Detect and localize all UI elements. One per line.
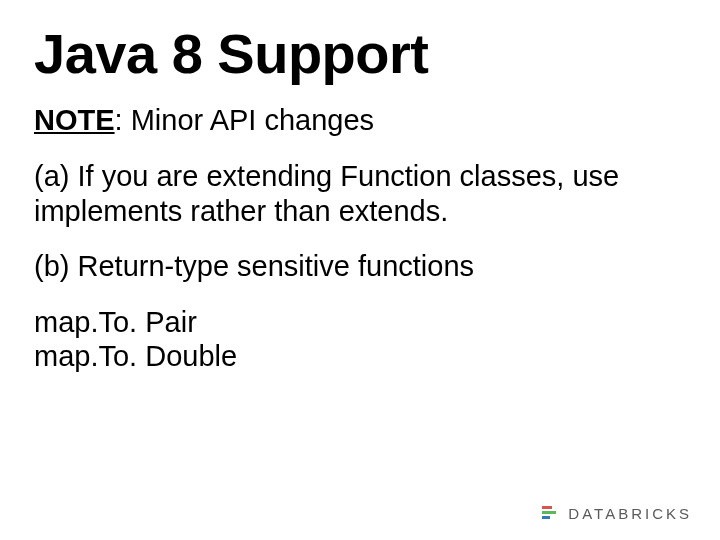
slide-title: Java 8 Support bbox=[34, 24, 686, 84]
svg-rect-1 bbox=[542, 511, 556, 514]
code-line-1: map.To. Pair bbox=[34, 305, 686, 339]
note-label: NOTE bbox=[34, 104, 115, 136]
code-block: map.To. Pair map.To. Double bbox=[34, 305, 686, 373]
brand-logo: DATABRICKS bbox=[542, 505, 692, 522]
svg-rect-0 bbox=[542, 506, 552, 509]
brand-text: DATABRICKS bbox=[568, 505, 692, 522]
note-line: NOTE: Minor API changes bbox=[34, 102, 686, 138]
slide: Java 8 Support NOTE: Minor API changes (… bbox=[0, 0, 720, 540]
code-line-2: map.To. Double bbox=[34, 339, 686, 373]
databricks-icon bbox=[542, 506, 562, 522]
svg-rect-2 bbox=[542, 516, 550, 519]
point-a: (a) If you are extending Function classe… bbox=[34, 159, 686, 230]
point-b: (b) Return-type sensitive functions bbox=[34, 249, 686, 284]
note-text: : Minor API changes bbox=[115, 104, 375, 136]
